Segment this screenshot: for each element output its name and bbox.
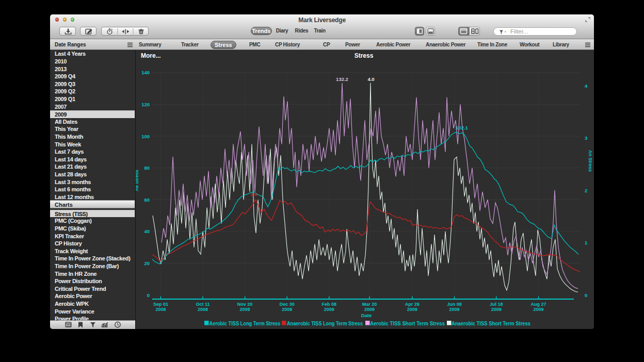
svg-text:2009: 2009 bbox=[491, 307, 502, 312]
svg-text:80: 80 bbox=[144, 165, 150, 171]
svg-text:140: 140 bbox=[141, 70, 150, 75]
svg-text:2: 2 bbox=[585, 188, 587, 193]
svg-text:4: 4 bbox=[585, 83, 588, 89]
svg-text:Aerobic TISS Short Term Stress: Aerobic TISS Short Term Stress bbox=[370, 320, 445, 326]
svg-text:102.1: 102.1 bbox=[456, 125, 468, 130]
svg-text:Apr 29: Apr 29 bbox=[405, 302, 420, 307]
svg-text:2008: 2008 bbox=[240, 307, 250, 312]
svg-text:3: 3 bbox=[585, 135, 587, 141]
svg-text:40: 40 bbox=[144, 228, 150, 234]
svg-text:2009: 2009 bbox=[407, 307, 417, 312]
svg-text:1.6: 1.6 bbox=[250, 191, 256, 197]
svg-text:60: 60 bbox=[144, 197, 150, 203]
svg-text:Aerobic TISS Long Term Stress: Aerobic TISS Long Term Stress bbox=[210, 320, 281, 326]
svg-text:Ae Stress: Ae Stress bbox=[136, 170, 139, 191]
svg-text:Aug 27: Aug 27 bbox=[531, 302, 546, 307]
svg-text:Stress: Stress bbox=[355, 52, 374, 59]
svg-text:Jun 08: Jun 08 bbox=[447, 302, 462, 307]
svg-text:2009: 2009 bbox=[449, 307, 460, 312]
svg-text:132.2: 132.2 bbox=[336, 76, 348, 82]
svg-text:More...: More... bbox=[141, 52, 161, 59]
svg-text:Nov 20: Nov 20 bbox=[237, 302, 253, 307]
svg-text:100: 100 bbox=[141, 134, 150, 139]
svg-text:120: 120 bbox=[141, 102, 150, 107]
svg-text:20: 20 bbox=[144, 260, 150, 266]
svg-text:2008: 2008 bbox=[155, 307, 166, 312]
svg-text:Oct 11: Oct 11 bbox=[196, 302, 210, 307]
svg-text:Date: Date bbox=[361, 312, 372, 318]
svg-text:Anaerobic TISS Short Term Stre: Anaerobic TISS Short Term Stress bbox=[452, 320, 530, 326]
svg-text:2009: 2009 bbox=[534, 307, 544, 312]
svg-text:0: 0 bbox=[147, 292, 150, 298]
svg-text:An Stress: An Stress bbox=[588, 150, 593, 172]
svg-text:Mar 20: Mar 20 bbox=[362, 302, 377, 307]
svg-text:4.0: 4.0 bbox=[367, 76, 374, 82]
svg-text:2009: 2009 bbox=[364, 307, 375, 312]
svg-text:2009: 2009 bbox=[324, 307, 334, 312]
svg-text:Sep 01: Sep 01 bbox=[153, 302, 168, 307]
svg-text:Feb 08: Feb 08 bbox=[322, 302, 337, 307]
svg-text:Jul 18: Jul 18 bbox=[490, 302, 503, 307]
svg-text:2008: 2008 bbox=[198, 307, 208, 312]
svg-text:Anaerobic TISS Long Term Stres: Anaerobic TISS Long Term Stress bbox=[287, 320, 363, 326]
svg-text:0: 0 bbox=[585, 292, 587, 298]
svg-text:2008: 2008 bbox=[282, 307, 292, 312]
svg-text:Dec 30: Dec 30 bbox=[280, 302, 295, 307]
svg-text:1: 1 bbox=[585, 240, 588, 245]
